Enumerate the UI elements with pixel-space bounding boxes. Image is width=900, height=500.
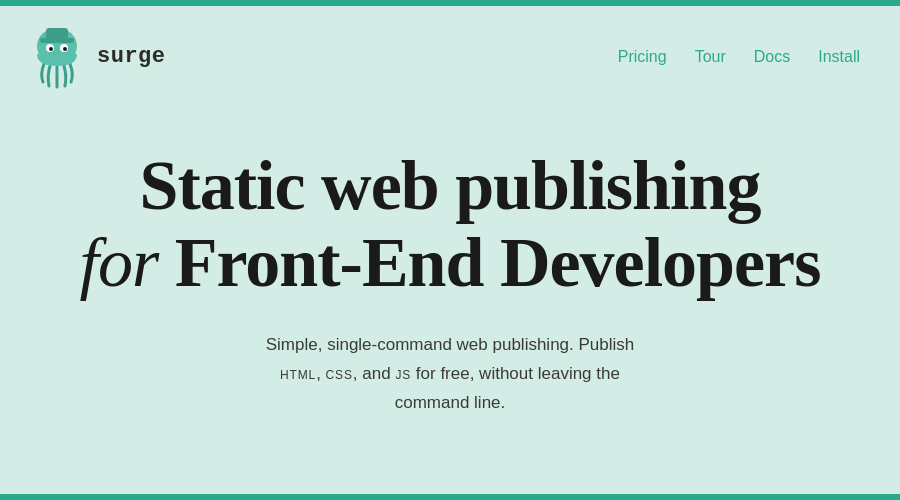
nav-docs[interactable]: Docs (754, 48, 790, 66)
subtitle-css: CSS (326, 364, 353, 383)
hero-subtitle: Simple, single-command web publishing. P… (266, 331, 635, 418)
logo-area: surge (30, 24, 166, 89)
svg-point-5 (49, 47, 53, 51)
nav-install[interactable]: Install (818, 48, 860, 66)
subtitle-js: JS (395, 364, 411, 383)
logo-text: surge (97, 44, 166, 69)
svg-point-6 (63, 47, 67, 51)
nav-pricing[interactable]: Pricing (618, 48, 667, 66)
hero-title-line2: Front-End Developers (175, 224, 821, 301)
hero-title: Static web publishing for Front-End Deve… (80, 147, 821, 301)
surge-logo-icon (30, 24, 85, 89)
subtitle-line3: command line. (395, 393, 506, 412)
bottom-bar (0, 494, 900, 500)
hero-title-line1: Static web publishing (140, 147, 761, 224)
subtitle-html: HTML (280, 364, 316, 383)
main-content: Static web publishing for Front-End Deve… (0, 107, 900, 438)
main-nav: Pricing Tour Docs Install (618, 48, 860, 66)
nav-tour[interactable]: Tour (695, 48, 726, 66)
hero-italic-word: for (80, 224, 159, 301)
subtitle-line1: Simple, single-command web publishing. P… (266, 335, 635, 354)
svg-rect-2 (46, 28, 68, 40)
header: surge Pricing Tour Docs Install (0, 6, 900, 107)
